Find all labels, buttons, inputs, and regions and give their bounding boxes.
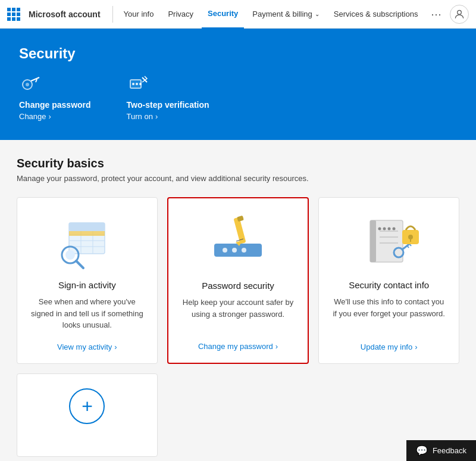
- add-circle-icon: +: [69, 388, 105, 424]
- svg-point-38: [387, 228, 390, 230]
- hero-banner: Security Change password Change ›: [0, 29, 476, 140]
- password-card-link[interactable]: Change my password ›: [198, 342, 278, 351]
- signin-arrow-icon: ›: [114, 342, 117, 351]
- nav-services[interactable]: Services & subscriptions: [328, 0, 424, 29]
- svg-rect-32: [370, 220, 376, 262]
- signin-card-link[interactable]: View my activity ›: [57, 342, 117, 351]
- contact-arrow-icon: ›: [415, 342, 417, 351]
- nav-logo[interactable]: Microsoft account: [7, 8, 101, 21]
- nav-divider: [112, 6, 113, 23]
- hero-change-password: Change password Change ›: [19, 74, 91, 121]
- svg-point-0: [458, 10, 462, 14]
- hero-title: Security: [19, 45, 457, 62]
- turn-on-arrow-icon: ›: [155, 112, 158, 121]
- svg-point-4: [26, 83, 29, 86]
- security-contact-card: Security contact info We'll use this inf…: [318, 197, 459, 364]
- svg-line-2: [31, 77, 39, 81]
- signin-illustration: [51, 212, 123, 272]
- top-nav: Microsoft account Your info Privacy Secu…: [0, 0, 476, 29]
- two-step-title: Two-step verification: [127, 100, 209, 110]
- payment-chevron-icon: ⌄: [315, 11, 320, 17]
- svg-line-22: [76, 261, 83, 268]
- signin-activity-card: Sign-in activity See when and where you'…: [17, 197, 158, 364]
- feedback-button[interactable]: 💬 Feedback: [406, 440, 476, 461]
- svg-point-26: [242, 248, 246, 253]
- svg-point-39: [392, 228, 395, 230]
- user-avatar[interactable]: [450, 5, 469, 24]
- main-content: Security basics Manage your password, pr…: [0, 140, 476, 461]
- section-title: Security basics: [17, 157, 459, 170]
- change-arrow-icon: ›: [49, 112, 51, 121]
- nav-links: Your info Privacy Security Payment & bil…: [118, 0, 450, 29]
- contact-card-desc: We'll use this info to contact you if yo…: [331, 296, 447, 333]
- security-cards-row: Sign-in activity See when and where you'…: [17, 197, 459, 364]
- svg-line-3: [36, 79, 37, 82]
- svg-point-8: [132, 83, 134, 85]
- password-arrow-icon: ›: [275, 342, 278, 351]
- user-icon: [453, 8, 465, 20]
- signin-card-desc: See when and where you've signed in and …: [29, 296, 145, 333]
- change-password-title: Change password: [19, 100, 91, 110]
- svg-point-10: [139, 83, 142, 85]
- hero-actions: Change password Change › Two-step verifi: [19, 74, 457, 121]
- nav-more-icon[interactable]: ⋯: [426, 0, 446, 29]
- svg-rect-19: [69, 231, 105, 236]
- feedback-label: Feedback: [433, 446, 466, 455]
- two-step-link[interactable]: Turn on ›: [127, 112, 209, 121]
- svg-point-21: [65, 250, 75, 260]
- nav-privacy[interactable]: Privacy: [162, 0, 199, 29]
- svg-rect-29: [237, 216, 244, 222]
- change-password-link[interactable]: Change ›: [19, 112, 91, 121]
- password-card-desc: Help keep your account safer by using a …: [180, 297, 296, 332]
- password-security-card: Password security Help keep your account…: [167, 197, 309, 364]
- grid-icon: [7, 8, 20, 21]
- password-card-title: Password security: [202, 281, 274, 291]
- svg-point-25: [232, 248, 237, 253]
- signin-card-title: Sign-in activity: [58, 280, 116, 290]
- change-password-icon: [19, 74, 40, 95]
- hero-two-step: Two-step verification Turn on ›: [127, 74, 209, 121]
- two-step-icon: [127, 74, 148, 95]
- svg-point-37: [383, 228, 386, 230]
- nav-your-info[interactable]: Your info: [118, 0, 160, 29]
- svg-point-36: [378, 228, 381, 230]
- svg-point-24: [223, 248, 227, 253]
- contact-card-title: Security contact info: [349, 280, 429, 290]
- section-description: Manage your password, protect your accou…: [17, 174, 459, 183]
- chat-icon: 💬: [416, 445, 428, 456]
- contact-card-link[interactable]: Update my info ›: [361, 342, 418, 351]
- svg-rect-13: [69, 223, 105, 228]
- contact-illustration: [353, 212, 425, 272]
- svg-rect-23: [214, 244, 262, 257]
- password-illustration: [202, 213, 274, 272]
- add-card[interactable]: +: [17, 373, 158, 457]
- svg-point-9: [136, 83, 138, 85]
- nav-security[interactable]: Security: [202, 0, 244, 29]
- nav-payment[interactable]: Payment & billing ⌄: [246, 0, 325, 29]
- bottom-cards-row: +: [17, 373, 459, 457]
- logo-text: Microsoft account: [29, 10, 101, 19]
